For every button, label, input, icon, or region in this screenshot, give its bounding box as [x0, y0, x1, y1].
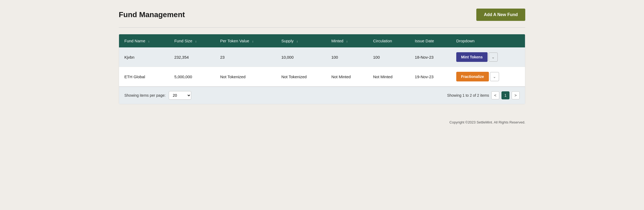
col-supply-label: Supply — [281, 39, 294, 43]
copyright-text: Copyright ©2023 SettleMint. All Rights R… — [450, 120, 525, 124]
next-page-button[interactable]: > — [512, 91, 520, 99]
cell-action: Mint Tokens⌄ — [451, 47, 525, 67]
cell-issue-date: 19-Nov-23 — [409, 67, 451, 87]
cell-minted: 100 — [326, 47, 368, 67]
mint-tokens-button[interactable]: Mint Tokens — [456, 52, 488, 62]
col-fund-name[interactable]: Fund Name ↓ — [119, 34, 169, 47]
table-row: Kjvbn232,3542310,00010010018-Nov-23Mint … — [119, 47, 525, 67]
pagination-summary: Showing 1 to 2 of 2 items — [447, 93, 489, 98]
prev-page-button[interactable]: < — [491, 91, 499, 99]
page-title: Fund Management — [119, 10, 185, 19]
pagination-right: Showing 1 to 2 of 2 items < 1 > — [447, 91, 520, 99]
footer: Copyright ©2023 SettleMint. All Rights R… — [119, 120, 525, 130]
cell-circulation: Not Minted — [368, 67, 409, 87]
sort-per-token-icon: ↓ — [252, 39, 254, 43]
col-per-token-value-label: Per Token Value — [220, 39, 249, 43]
cell-supply: Not Tokenized — [276, 67, 326, 87]
cell-fund-size: 232,354 — [169, 47, 215, 67]
cell-issue-date: 18-Nov-23 — [409, 47, 451, 67]
col-minted[interactable]: Minted ↓ — [326, 34, 368, 47]
col-issue-date: Issue Date — [409, 34, 451, 47]
sort-fund-size-icon: ↓ — [195, 39, 197, 43]
items-per-page-section: Showing items per page: 10 20 50 100 — [124, 91, 191, 100]
cell-fund-name: Kjvbn — [119, 47, 169, 67]
cell-fund-name: ETH Global — [119, 67, 169, 87]
col-supply[interactable]: Supply ↓ — [276, 34, 326, 47]
col-fund-size[interactable]: Fund Size ↓ — [169, 34, 215, 47]
fractionalize-button[interactable]: Fractionalize — [456, 72, 489, 81]
items-per-page-select[interactable]: 10 20 50 100 — [169, 91, 191, 100]
action-cell-container: Mint Tokens⌄ — [456, 52, 520, 62]
table-scroll-area[interactable]: Fund Name ↓ Fund Size ↓ Per Token Value … — [119, 34, 525, 87]
cell-action: Fractionalize⌄ — [451, 67, 525, 87]
table-row: ETH Global5,000,000Not TokenizedNot Toke… — [119, 67, 525, 87]
col-circulation-label: Circulation — [373, 39, 392, 43]
sort-minted-icon: ↓ — [346, 39, 348, 43]
cell-fund-size: 5,000,000 — [169, 67, 215, 87]
page-1-button[interactable]: 1 — [501, 91, 509, 99]
sort-supply-icon: ↓ — [296, 39, 298, 43]
cell-per-token-value: Not Tokenized — [215, 67, 276, 87]
col-dropdown-label: Dropdown — [456, 39, 474, 43]
col-per-token-value[interactable]: Per Token Value ↓ — [215, 34, 276, 47]
table-header: Fund Name ↓ Fund Size ↓ Per Token Value … — [119, 34, 525, 47]
row-dropdown-chevron[interactable]: ⌄ — [489, 52, 498, 62]
add-fund-button[interactable]: Add A New Fund — [476, 9, 525, 21]
cell-supply: 10,000 — [276, 47, 326, 67]
fund-table-container: Fund Name ↓ Fund Size ↓ Per Token Value … — [119, 34, 525, 104]
items-per-page-label: Showing items per page: — [124, 93, 166, 98]
col-fund-size-label: Fund Size — [174, 39, 193, 43]
col-dropdown: Dropdown — [451, 34, 525, 47]
sort-fund-name-icon: ↓ — [148, 39, 150, 43]
pagination-bar: Showing items per page: 10 20 50 100 Sho… — [119, 87, 525, 104]
row-dropdown-chevron[interactable]: ⌄ — [490, 72, 499, 81]
col-issue-date-label: Issue Date — [415, 39, 434, 43]
table-body: Kjvbn232,3542310,00010010018-Nov-23Mint … — [119, 47, 525, 87]
action-cell-container: Fractionalize⌄ — [456, 72, 520, 81]
cell-minted: Not Minted — [326, 67, 368, 87]
fund-table: Fund Name ↓ Fund Size ↓ Per Token Value … — [119, 34, 525, 87]
cell-circulation: 100 — [368, 47, 409, 67]
col-fund-name-label: Fund Name — [124, 39, 145, 43]
cell-per-token-value: 23 — [215, 47, 276, 67]
col-circulation: Circulation — [368, 34, 409, 47]
header-divider — [119, 27, 525, 28]
col-minted-label: Minted — [331, 39, 343, 43]
